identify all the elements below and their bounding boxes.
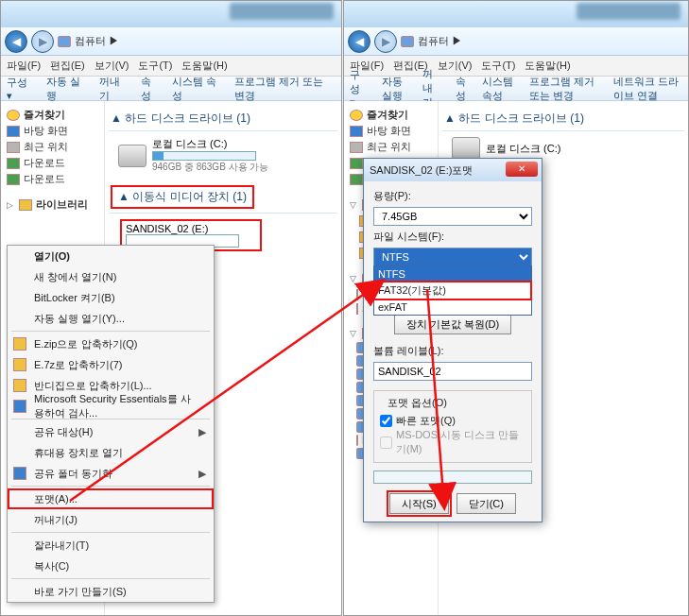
nav-forward-button[interactable]: ▶ [374, 30, 397, 53]
tool-eject[interactable]: 꺼내기 [99, 75, 128, 103]
ctx-sep [11, 532, 210, 533]
star-icon [7, 110, 20, 121]
ctx-format[interactable]: 포맷(A)... [8, 488, 214, 509]
progress-bar [439, 471, 532, 484]
ctx-sync[interactable]: 공유 폴더 동기화▶ [8, 463, 214, 484]
download-icon [350, 158, 363, 169]
hdd-icon [118, 145, 146, 167]
close-dialog-button[interactable]: 닫기(C) [456, 493, 516, 514]
space-bar [152, 151, 256, 161]
breadcrumb[interactable]: 컴퓨터 ▶ [418, 34, 684, 48]
sidebar-desktop[interactable]: 바탕 화면 [5, 123, 100, 139]
ctx-open-new[interactable]: 새 창에서 열기(N) [8, 266, 214, 287]
tool-autorun[interactable]: 자동 실행 [382, 75, 410, 103]
recent-icon [7, 142, 20, 153]
context-menu: 열기(O) 새 창에서 열기(N) BitLocker 켜기(B) 자동 실행 … [7, 245, 215, 603]
menu-edit[interactable]: 편집(E) [50, 59, 85, 73]
filesystem-select[interactable]: NTFS [439, 248, 532, 266]
ctx-sep [11, 486, 210, 487]
volume-input[interactable] [439, 362, 532, 381]
menu-tools[interactable]: 도구(T) [481, 59, 515, 73]
chevron-right-icon: ▶ [198, 468, 206, 480]
toolbar: 구성 ▾ 자동 실행 꺼내기 속성 시스템 속성 프로그램 제거 또는 변경 네… [344, 77, 688, 101]
menu-help[interactable]: 도움말(H) [181, 59, 227, 73]
download-icon [350, 174, 363, 185]
archive-icon [13, 358, 26, 371]
start-button[interactable]: 시작(S) [439, 493, 449, 514]
tool-uninstall[interactable]: 프로그램 제거 또는 변경 [234, 75, 336, 103]
sync-icon [13, 467, 26, 480]
menu-file[interactable]: 파일(F) [7, 59, 41, 73]
fs-option-exfat[interactable]: exFAT [439, 299, 531, 315]
tool-properties[interactable]: 속성 [141, 75, 160, 103]
pc-icon [356, 435, 358, 446]
ctx-autoplay[interactable]: 자동 실행 열기(Y)... [8, 308, 214, 329]
hdd-icon [452, 137, 480, 160]
fs-option-fat32[interactable]: FAT32(기본값) [439, 282, 531, 299]
ctx-portable[interactable]: 휴대용 장치로 열기 [8, 442, 214, 463]
tool-sysprop[interactable]: 시스템 속성 [482, 75, 516, 103]
dialog-titlebar[interactable]: SANDISK_02 (E:)포맷 ✕ [439, 159, 542, 181]
toolbar: 구성 ▾ 자동 실행 꺼내기 속성 시스템 속성 프로그램 제거 또는 변경 [1, 77, 341, 101]
hdd-header[interactable]: ▲ 하드 디스크 드라이브 (1) [109, 107, 337, 131]
ctx-eject[interactable]: 꺼내기(J) [8, 509, 214, 530]
menu-view[interactable]: 보기(V) [95, 59, 129, 73]
menu-view[interactable]: 보기(V) [438, 59, 473, 73]
tool-sysprop[interactable]: 시스템 속성 [172, 75, 221, 103]
removable-header[interactable]: ▲ 이동식 미디어 장치 (1) [109, 181, 337, 214]
breadcrumb[interactable]: 컴퓨터 ▶ [75, 34, 337, 48]
titlebar [1, 1, 341, 27]
ctx-share[interactable]: 공유 대상(H)▶ [8, 421, 214, 442]
right-window: ◀ ▶ 컴퓨터 ▶ 파일(F) 편집(E) 보기(V) 도구(T) 도움말(H)… [343, 0, 689, 616]
sidebar-libraries[interactable]: ▷라이브러리 [5, 197, 100, 213]
nav-back-button[interactable]: ◀ [348, 30, 370, 53]
filesystem-label: 파일 시스템(F): [439, 230, 532, 244]
download-icon [7, 174, 20, 185]
close-button[interactable]: ✕ [506, 162, 538, 177]
ctx-mse[interactable]: Microsoft Security Essentials를 사용하여 검사..… [8, 396, 214, 417]
menu-help[interactable]: 도움말(H) [525, 59, 570, 73]
archive-icon [13, 379, 26, 392]
local-disk[interactable]: 로컬 디스크 (C:) [452, 137, 684, 160]
ctx-bitlocker[interactable]: BitLocker 켜기(B) [8, 287, 214, 308]
sidebar-recent[interactable]: 최근 위치 [5, 139, 100, 155]
nav-forward-button[interactable]: ▶ [31, 30, 54, 53]
ctx-sep [11, 578, 210, 579]
window-controls-blur [230, 3, 334, 20]
desktop-icon [7, 126, 20, 137]
restore-defaults-button[interactable]: 장치 기본값 복원(D) [439, 314, 511, 334]
ctx-sep [11, 331, 210, 332]
ctx-ezip[interactable]: E.zip으로 압축하기(Q) [8, 334, 214, 354]
local-disk-label: 로컬 디스크 (C:) [486, 142, 560, 156]
sidebar-recent[interactable]: 최근 위치 [348, 139, 434, 155]
shield-icon [13, 400, 26, 413]
sidebar-downloads-2[interactable]: 다운로드 [5, 171, 100, 187]
tool-autorun[interactable]: 자동 실행 [46, 75, 86, 103]
ctx-e7z[interactable]: E.7z로 압축하기(7) [8, 354, 214, 375]
sidebar-favorites[interactable]: 즐겨찾기 [5, 107, 100, 123]
nav-row: ◀ ▶ 컴퓨터 ▶ [344, 27, 688, 56]
computer-icon [58, 36, 71, 47]
sidebar-desktop[interactable]: 바탕 화면 [348, 123, 434, 139]
menu-tools[interactable]: 도구(T) [138, 59, 172, 73]
tool-uninstall[interactable]: 프로그램 제거 또는 변경 [529, 75, 600, 103]
local-disk[interactable]: 로컬 디스크 (C:) 946GB 중 863GB 사용 가능 [118, 137, 337, 174]
hdd-header[interactable]: ▲ 하드 디스크 드라이브 (1) [442, 107, 684, 131]
hdd-icon [356, 289, 358, 300]
capacity-select[interactable]: 7.45GB [439, 207, 532, 226]
nav-back-button[interactable]: ◀ [5, 30, 27, 53]
sidebar-favorites[interactable]: 즐겨찾기 [348, 107, 434, 123]
ctx-cut[interactable]: 잘라내기(T) [8, 535, 214, 556]
quick-format-label: 빠른 포맷(Q) [439, 414, 456, 428]
sidebar-downloads[interactable]: 다운로드 [5, 155, 100, 171]
star-icon [350, 110, 363, 121]
tool-netdrive[interactable]: 네트워크 드라이브 연결 [613, 75, 682, 103]
fs-option-ntfs[interactable]: NTFS [439, 266, 531, 282]
ctx-copy[interactable]: 복사(C) [8, 556, 214, 576]
ctx-shortcut[interactable]: 바로 가기 만들기(S) [8, 581, 214, 602]
recent-icon [350, 142, 363, 153]
ctx-open[interactable]: 열기(O) [8, 246, 214, 266]
space-text: 946GB 중 863GB 사용 가능 [152, 161, 268, 174]
tool-properties[interactable]: 속성 [456, 75, 469, 103]
tool-organize[interactable]: 구성 ▾ [7, 76, 33, 102]
